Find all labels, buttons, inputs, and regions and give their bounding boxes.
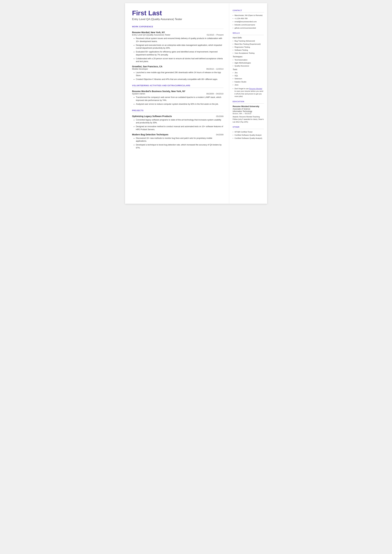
- contact-item: email@resumeworded.com: [233, 20, 264, 23]
- hard-skills-label: Hard Skills:: [233, 37, 264, 39]
- list-item: Analyzed user errors to reduce computer …: [134, 103, 224, 106]
- vol-1-header: Resume Worded's Business Society, New Yo…: [132, 90, 224, 95]
- techniques-list: Test Automation Agile Methodologies Qual…: [233, 59, 264, 67]
- list-item: Developed a technique to boost bug detec…: [134, 143, 224, 149]
- project-1-header: Optimizing Legacy Software Products 05/2…: [132, 115, 224, 118]
- volunteering-section-title: VOLUNTEERING ACTIVITIES AND EXTRACURRICU…: [132, 84, 224, 87]
- list-item: Launched a new mobile app that generated…: [134, 71, 224, 77]
- list-item: User Acceptance Testing: [233, 52, 264, 54]
- contact-item: Manchester, NH (Open to Remote): [233, 14, 264, 17]
- promo-prefix: Don't forget to use: [235, 88, 249, 90]
- hard-skills-list: Bug Tracking (Advanced) Black Box Testin…: [233, 40, 264, 54]
- resume-page: First Last Entry Level QA (Quality Assur…: [125, 3, 267, 204]
- edu-location: Boston, MA — 05/2010: [233, 112, 264, 114]
- list-item: Evaluated 50+ applications for efficienc…: [134, 50, 224, 56]
- candidate-title: Entry Level QA (Quality Assurance) Teste…: [132, 18, 224, 21]
- job-1-date: 01/2015 – Present: [207, 34, 223, 36]
- list-item: Converted legacy software programs to st…: [134, 119, 224, 125]
- list-item: Agile Methodologies: [233, 62, 264, 64]
- edu-field: Information Technology: [233, 110, 264, 112]
- edu-awards: Awards: Resume Worded Teaching Fellow (o…: [233, 115, 264, 123]
- list-item: Java: [233, 84, 264, 86]
- list-item: Test Automation: [233, 59, 264, 61]
- other-list: ISTQB Certified Tester Certified Softwar…: [233, 131, 264, 140]
- job-2-title-date: Mobile Developer 06/2010 – 12/2014: [132, 68, 224, 70]
- job-2-bullets: Launched a new mobile app that generated…: [132, 71, 224, 81]
- other-section-title: OTHER: [233, 126, 264, 128]
- list-item: SQL: [233, 74, 264, 77]
- left-column: First Last Entry Level QA (Quality Assur…: [125, 3, 229, 204]
- candidate-name: First Last: [132, 9, 224, 17]
- job-2-company: Growthsi, San Francisco, CA: [132, 65, 224, 68]
- volunteering-divider: [132, 88, 224, 88]
- job-1-bullets: Resolved critical system issues and ensu…: [132, 37, 224, 63]
- tools-list: Jira SQL Selenium Katalon Studio Java: [233, 71, 264, 86]
- list-item: Black Box Testing (Experienced): [233, 43, 264, 45]
- vol-1-bullets: Transformed the company's web server fro…: [132, 96, 224, 105]
- project-2-name: Modern Bug Detection Techniques: [132, 133, 168, 136]
- job-1-company: Resume Worded, New York, NY: [132, 31, 224, 34]
- list-item: Regression Testing: [233, 46, 264, 48]
- edu-degree: Associate of Science: [233, 108, 264, 110]
- project-1-date: 05/2009: [216, 115, 224, 118]
- list-item: Discovered 10+ new methods to monitor bu…: [134, 137, 224, 143]
- promo-link[interactable]: Resume Worded: [249, 88, 262, 90]
- contact-item: +1-234-456-789: [233, 17, 264, 20]
- techniques-label: Techniques:: [233, 56, 264, 58]
- work-experience-divider: [132, 29, 224, 29]
- list-item: Created Objective-C libraries and APIs t…: [134, 78, 224, 81]
- vol-1-company: Resume Worded's Business Society, New Yo…: [132, 90, 224, 92]
- vol-1-date: 06/2009 – 04/2010: [206, 92, 223, 95]
- work-experience-section-title: WORK EXPERIENCE: [132, 26, 224, 28]
- list-item: Jira: [233, 71, 264, 74]
- contact-item: github.com/resumeworded: [233, 27, 264, 29]
- list-item: Transformed the company's web server fro…: [134, 96, 224, 102]
- list-item: ISTQB Certified Tester: [233, 131, 264, 133]
- skills-section-title: SKILLS: [233, 32, 264, 34]
- tools-label: Tools:: [233, 68, 264, 70]
- list-item: Quality Assurance: [233, 65, 264, 67]
- list-item: Certified Software Quality Analyst).: [233, 137, 264, 140]
- contact-item: linkedin.com/in/username: [233, 23, 264, 26]
- job-1-header: Resume Worded, New York, NY Entry Level …: [132, 31, 224, 36]
- job-2-header: Growthsi, San Francisco, CA Mobile Devel…: [132, 65, 224, 70]
- list-item: Collaborated with a 20-person scrum team…: [134, 57, 224, 63]
- project-2-bullets: Discovered 10+ new methods to monitor bu…: [132, 137, 224, 149]
- list-item: Selenium: [233, 77, 264, 80]
- project-2-header: Modern Bug Detection Techniques 04/2009: [132, 133, 224, 136]
- education-section-title: EDUCATION: [233, 101, 264, 103]
- list-item: Designed an innovative method to conduct…: [134, 125, 224, 131]
- job-1-title-date: Entry Level QA (Quality Assurance) Teste…: [132, 34, 224, 36]
- job-2-date: 06/2010 – 12/2014: [206, 68, 223, 70]
- job-2-title: Mobile Developer: [132, 68, 148, 70]
- list-item: Designed and executed tests on an enterp…: [134, 44, 224, 50]
- vol-1-title: System Admin: [132, 92, 145, 95]
- right-column: CONTACT Manchester, NH (Open to Remote) …: [229, 3, 267, 204]
- contact-list: Manchester, NH (Open to Remote) +1-234-4…: [233, 14, 264, 29]
- list-item: Bug Tracking (Advanced): [233, 40, 264, 42]
- list-item: Software Testing: [233, 49, 264, 51]
- edu-school: Resume Worded University: [233, 105, 264, 108]
- job-1-title: Entry Level QA (Quality Assurance) Teste…: [132, 34, 170, 36]
- contact-section-title: CONTACT: [233, 9, 264, 11]
- list-item: Katalon Studio: [233, 81, 264, 83]
- promo-suffix: to scan your resume before you send it o…: [235, 90, 263, 97]
- vol-1-title-date: System Admin 06/2009 – 04/2010: [132, 92, 224, 95]
- list-item: Resolved critical system issues and ensu…: [134, 37, 224, 43]
- projects-divider: [132, 112, 224, 113]
- contact-divider: [233, 12, 264, 13]
- project-2-date: 04/2009: [216, 133, 224, 136]
- project-1-name: Optimizing Legacy Software Products: [132, 115, 172, 118]
- list-item: Certified Software Quality Analyst: [233, 134, 264, 136]
- project-1-bullets: Converted legacy software programs to st…: [132, 119, 224, 131]
- projects-section-title: PROJECTS: [132, 109, 224, 112]
- promo-text: Don't forget to use Resume Worded to sca…: [233, 87, 264, 98]
